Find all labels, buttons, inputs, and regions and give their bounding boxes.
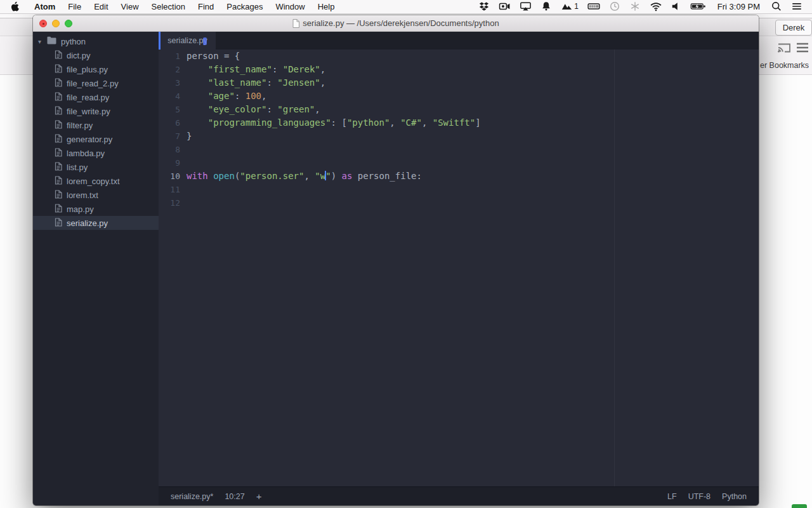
line-number: 12 — [159, 196, 180, 210]
code-line-8[interactable]: 8 — [159, 143, 759, 156]
code-line-5[interactable]: 5 "eye_color": "green", — [159, 103, 759, 116]
line-number: 11 — [159, 183, 180, 196]
modified-indicator[interactable] — [203, 37, 207, 45]
tree-file-label: generator.py — [67, 135, 112, 144]
status-grammar[interactable]: Python — [716, 492, 752, 501]
tree-file-file_read-py[interactable]: file_read.py — [33, 90, 159, 104]
tree-file-file_write-py[interactable]: file_write.py — [33, 104, 159, 118]
notification-bell-icon[interactable] — [536, 0, 556, 13]
code-line-4[interactable]: 4 "age": 100, — [159, 90, 759, 103]
file-icon — [55, 120, 67, 131]
line-content: "first_name": "Derek", — [180, 63, 325, 76]
tree-file-lorem_copy-txt[interactable]: lorem_copy.txt — [33, 174, 159, 188]
tree-folder-python[interactable]: ▾ python — [33, 34, 159, 48]
status-encoding[interactable]: UTF-8 — [683, 492, 716, 501]
menu-edit[interactable]: Edit — [88, 2, 114, 11]
cast-icon[interactable] — [776, 41, 792, 57]
tree-file-file_plus-py[interactable]: file_plus.py — [33, 62, 159, 76]
keyboard-backlight-icon[interactable] — [625, 0, 645, 13]
status-file-name[interactable]: serialize.py* — [165, 492, 219, 501]
file-icon — [55, 218, 67, 229]
code-line-12[interactable]: 12 — [159, 196, 759, 210]
tree-file-file_read_2-py[interactable]: file_read_2.py — [33, 76, 159, 90]
minimize-button[interactable] — [52, 20, 60, 27]
menu-view[interactable]: View — [115, 2, 145, 11]
time-machine-icon[interactable] — [605, 0, 625, 13]
file-icon — [55, 204, 67, 215]
line-content: } — [180, 130, 192, 143]
line-content — [180, 143, 187, 156]
line-number: 7 — [159, 130, 180, 143]
airplay-display-icon[interactable] — [515, 0, 536, 13]
file-icon — [55, 190, 67, 201]
tree-file-lorem-txt[interactable]: lorem.txt — [33, 188, 159, 202]
tree-file-lambda-py[interactable]: lambda.py — [33, 146, 159, 160]
tree-view: ▾ python dict.pyfile_plus.pyfile_read_2.… — [33, 32, 159, 505]
close-button[interactable] — [39, 20, 47, 27]
tree-file-label: lorem.txt — [67, 190, 98, 200]
line-content: "last_name": "Jensen", — [180, 76, 325, 90]
zoom-button[interactable] — [65, 20, 72, 27]
menu-atom[interactable]: Atom — [28, 2, 62, 11]
editor-surface[interactable]: 1person = {2 "first_name": "Derek",3 "la… — [159, 50, 759, 486]
tab-serialize-py[interactable]: serialize.py — [159, 32, 216, 50]
wifi-icon[interactable] — [645, 0, 667, 13]
menu-packages[interactable]: Packages — [220, 2, 269, 11]
line-content: with open("person.ser", "w") as person_f… — [180, 170, 422, 183]
line-number: 2 — [159, 63, 180, 76]
code-line-3[interactable]: 3 "last_name": "Jensen", — [159, 76, 759, 90]
keyboard-icon[interactable] — [583, 0, 605, 13]
menu-help[interactable]: Help — [311, 2, 341, 11]
code-line-11[interactable]: 11 — [159, 183, 759, 196]
tree-file-generator-py[interactable]: generator.py — [33, 132, 159, 146]
file-icon — [55, 92, 67, 103]
document-icon — [292, 19, 299, 28]
code-line-1[interactable]: 1person = { — [159, 50, 759, 63]
menu-window[interactable]: Window — [269, 2, 311, 11]
menu-selection[interactable]: Selection — [145, 2, 192, 11]
code-line-6[interactable]: 6 "programming_languages": ["python", "C… — [159, 116, 759, 130]
notification-center-icon[interactable] — [787, 0, 807, 13]
menu-find[interactable]: Find — [192, 2, 220, 11]
tab-bar: serialize.py — [159, 32, 759, 50]
status-line-ending[interactable]: LF — [662, 492, 683, 501]
video-camera-icon[interactable] — [494, 0, 515, 13]
tree-file-dict-py[interactable]: dict.py — [33, 48, 159, 62]
tree-folder-label: python — [61, 37, 86, 46]
line-number: 4 — [159, 90, 180, 103]
tree-file-label: dict.py — [67, 51, 91, 60]
dropbox-icon[interactable] — [474, 0, 494, 13]
code-line-10[interactable]: 10with open("person.ser", "w") as person… — [159, 170, 759, 183]
apple-menu-icon[interactable] — [0, 1, 28, 12]
tree-file-filter-py[interactable]: filter.py — [33, 118, 159, 132]
tree-file-label: lorem_copy.txt — [67, 177, 120, 186]
tree-file-label: filter.py — [67, 121, 93, 130]
code-line-7[interactable]: 7} — [159, 130, 759, 143]
other-bookmarks-label[interactable]: er Bookmarks — [760, 61, 809, 70]
browser-profile-button[interactable]: Derek — [775, 20, 812, 36]
tree-file-serialize-py[interactable]: serialize.py — [33, 216, 159, 230]
line-number: 6 — [159, 116, 180, 130]
profile-name: Derek — [783, 23, 805, 32]
tab-label: serialize.py — [167, 36, 207, 45]
battery-charging-icon[interactable] — [686, 0, 711, 13]
atom-titlebar[interactable]: serialize.py — /Users/derekjensen/Docume… — [33, 15, 759, 32]
tree-file-label: serialize.py — [67, 218, 108, 228]
tree-file-list-py[interactable]: list.py — [33, 160, 159, 174]
code-line-9[interactable]: 9 — [159, 156, 759, 170]
status-cursor-position[interactable]: 10:27 — [219, 492, 250, 501]
menu-file[interactable]: File — [62, 2, 88, 11]
code-line-2[interactable]: 2 "first_name": "Derek", — [159, 63, 759, 76]
editor-pane: serialize.py 1person = {2 "first_name": … — [159, 32, 759, 505]
browser-menu-icon[interactable] — [796, 42, 809, 56]
file-icon — [55, 162, 67, 173]
folder-icon — [47, 36, 61, 46]
menu-bar-clock[interactable]: Fri 3:09 PM — [711, 2, 766, 11]
volume-icon[interactable] — [667, 0, 686, 13]
spotlight-search-icon[interactable] — [766, 0, 787, 13]
tree-file-map-py[interactable]: map.py — [33, 202, 159, 216]
tree-scrollbar-accent[interactable] — [159, 32, 160, 50]
status-add-icon[interactable]: + — [251, 491, 268, 502]
line-content: "age": 100, — [180, 90, 266, 103]
mountains-icon[interactable]: 1 — [556, 0, 583, 13]
